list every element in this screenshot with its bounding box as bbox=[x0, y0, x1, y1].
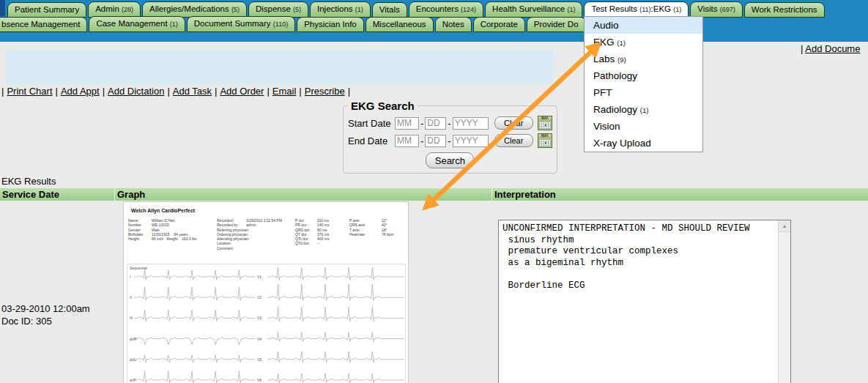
pipe-separator: | bbox=[267, 86, 269, 97]
dropdown-item-x-ray-upload[interactable]: X-ray Upload bbox=[585, 135, 702, 152]
tab-visits[interactable]: Visits (697) bbox=[690, 1, 742, 18]
tab-document-summary[interactable]: Document Summary (110) bbox=[187, 16, 295, 32]
pipe-separator: | bbox=[348, 86, 350, 97]
start-date-calendar-icon[interactable]: MAY bbox=[538, 116, 552, 130]
link-prescribe[interactable]: Prescribe bbox=[305, 86, 345, 97]
start-date-day-input[interactable] bbox=[425, 117, 446, 130]
tab-physician-info[interactable]: Physician Info bbox=[297, 17, 364, 32]
tab-label: Miscellaneous bbox=[373, 20, 426, 29]
date-dash: - bbox=[420, 118, 423, 129]
tab-dispense[interactable]: Dispense (5) bbox=[248, 1, 308, 18]
tab-injections[interactable]: Injections (1) bbox=[310, 1, 371, 18]
column-header-service-date: Service Date bbox=[0, 188, 114, 201]
tab-label: Notes bbox=[442, 20, 464, 29]
link-print-chart[interactable]: Print Chart bbox=[7, 86, 52, 97]
end-date-calendar-icon[interactable]: MAY bbox=[538, 133, 552, 148]
report-field-value: 18° bbox=[382, 228, 387, 232]
tab-count: (124) bbox=[461, 6, 476, 13]
end-date-clear-button[interactable]: Clear bbox=[494, 134, 533, 147]
tab-provider-do[interactable]: Provider Do bbox=[527, 17, 586, 32]
ekg-graph-thumbnail[interactable]: Welch Allyn CardioPerfect Name:William S… bbox=[123, 201, 409, 383]
tab-case-management[interactable]: Case Management (1) bbox=[89, 16, 185, 32]
link-add-task[interactable]: Add Task bbox=[173, 86, 212, 97]
tab-label: :EKG bbox=[651, 4, 674, 13]
dropdown-item-audio[interactable]: Audio bbox=[585, 17, 702, 34]
lead-label-v3: V3 bbox=[257, 316, 261, 320]
tab-corporate[interactable]: Corporate bbox=[473, 17, 525, 32]
scrollbar[interactable]: ▲ bbox=[778, 220, 790, 383]
dropdown-item-pft[interactable]: PFT bbox=[585, 84, 702, 101]
search-button-row: Search bbox=[348, 152, 552, 168]
tab-encounters[interactable]: Encounters (124) bbox=[409, 1, 483, 18]
link-add-order[interactable]: Add Order bbox=[220, 86, 264, 97]
tab-vitals[interactable]: Vitals bbox=[372, 2, 407, 18]
end-date-year-input[interactable] bbox=[453, 135, 489, 147]
dropdown-item-radiology[interactable]: Radiology (1) bbox=[585, 101, 702, 118]
tab-row-2: bsence ManagementCase Management (1)Docu… bbox=[0, 16, 587, 32]
tab-bsence-management[interactable]: bsence Management bbox=[0, 17, 87, 32]
tab-work-restrictions[interactable]: Work Restrictions bbox=[744, 2, 825, 18]
dropdown-item-vision[interactable]: Vision bbox=[585, 118, 702, 135]
report-field-value: 80 ms bbox=[317, 228, 327, 232]
report-patient-info: Name:William S HartNumber:WE-10019Gender… bbox=[128, 218, 197, 241]
add-document-area: | Add Docume bbox=[801, 43, 860, 54]
service-date-cell: 03-29-2010 12:00am Doc ID: 305 bbox=[1, 302, 90, 327]
tab-count: (1) bbox=[355, 6, 363, 13]
doc-id-value: Doc ID: 305 bbox=[1, 315, 90, 327]
tab-miscellaneous[interactable]: Miscellaneous bbox=[366, 17, 434, 32]
nav-edge-decoration bbox=[0, 0, 5, 16]
end-date-label: End Date bbox=[348, 135, 395, 146]
calendar-month-label: MAY bbox=[538, 116, 552, 121]
tab-label: Patient Summary bbox=[15, 5, 79, 14]
report-field-value: 22° bbox=[382, 218, 387, 223]
tab-health-surveillance[interactable]: Health Surveillance (1) bbox=[485, 1, 582, 18]
service-date-value: 03-29-2010 12:00am bbox=[1, 302, 90, 315]
lead-label-v5: V5 bbox=[257, 357, 261, 362]
tab-allergies-medications[interactable]: Allergies/Medications (5) bbox=[142, 1, 247, 18]
report-recording-info: Recorded:3/29/2010 3:11:54 PMRecorded by… bbox=[217, 218, 282, 250]
tab-count: (110) bbox=[273, 21, 288, 28]
tab-admin[interactable]: Admin (28) bbox=[88, 1, 141, 18]
dropdown-item-pathology[interactable]: Pathology bbox=[585, 67, 702, 84]
tab-patient-summary[interactable]: Patient Summary bbox=[7, 2, 86, 18]
report-field-value: 110 ms bbox=[317, 218, 329, 223]
link-add-appt[interactable]: Add Appt bbox=[61, 86, 100, 97]
tab-row-1: Patient SummaryAdmin (28)Allergies/Medic… bbox=[7, 1, 826, 18]
interpretation-textarea[interactable]: UNCONFIRMED INTERPRETATION - MD SHOULD R… bbox=[498, 220, 791, 383]
dropdown-item-label: Vision bbox=[593, 121, 620, 132]
tab-count: (1) bbox=[170, 21, 178, 28]
lead-label-v4: V4 bbox=[257, 337, 261, 341]
report-field-value: 400 ms bbox=[317, 237, 329, 241]
tab-notes[interactable]: Notes bbox=[435, 17, 472, 32]
tab-test-results[interactable]: Test Results (11):EKG (1) bbox=[584, 1, 689, 18]
report-field: QTd dur:-- bbox=[295, 241, 329, 245]
lead-label-i: I bbox=[130, 275, 130, 279]
start-date-month-input[interactable] bbox=[395, 117, 419, 130]
report-field-value: 3/29/2010 3:11:54 PM bbox=[246, 218, 282, 223]
date-dash: - bbox=[448, 118, 450, 129]
report-field-value: admin bbox=[246, 223, 256, 227]
dropdown-item-ekg[interactable]: EKG (1) bbox=[585, 34, 702, 51]
patient-banner bbox=[6, 50, 553, 84]
report-field-label: Heartrate: bbox=[349, 232, 382, 237]
start-date-year-input[interactable] bbox=[453, 117, 489, 130]
report-field-value: William S Hart bbox=[152, 218, 175, 223]
link-email[interactable]: Email bbox=[272, 86, 297, 97]
start-date-clear-button[interactable]: Clear bbox=[494, 116, 533, 130]
dropdown-item-labs[interactable]: Labs (9) bbox=[585, 51, 702, 67]
tab-label: Admin bbox=[95, 4, 122, 13]
add-document-link[interactable]: Add Docume bbox=[805, 43, 860, 54]
end-date-month-input[interactable] bbox=[395, 135, 419, 147]
scroll-up-arrow-icon[interactable]: ▲ bbox=[779, 220, 790, 232]
tab-label: Work Restrictions bbox=[752, 5, 817, 14]
tab-label: Dispense bbox=[256, 4, 293, 13]
search-button[interactable]: Search bbox=[426, 152, 474, 168]
lead-label-avl: aVL bbox=[130, 357, 136, 362]
report-field-value: 11/30/1915 94 years bbox=[152, 232, 188, 237]
end-date-day-input[interactable] bbox=[425, 135, 446, 147]
action-links-bar: |Print Chart|Add Appt|Add Dictation|Add … bbox=[1, 86, 350, 97]
ekg-results-section-label: EKG Results bbox=[1, 176, 56, 187]
dropdown-item-label: Radiology bbox=[593, 104, 640, 115]
link-add-dictation[interactable]: Add Dictation bbox=[108, 86, 164, 97]
tab-label: Allergies/Medications bbox=[149, 4, 231, 13]
